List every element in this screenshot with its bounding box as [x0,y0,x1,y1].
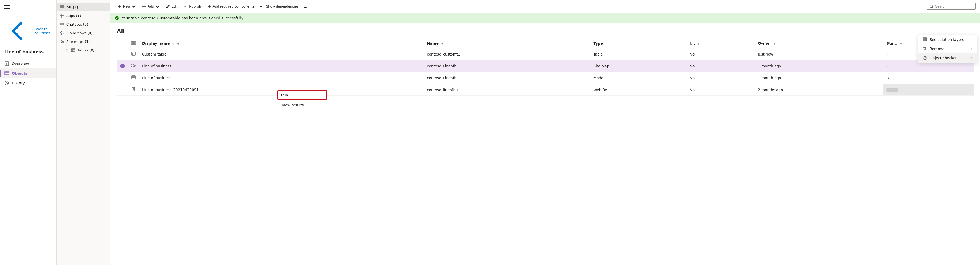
tree-apps-label: Apps (1) [66,14,81,18]
svg-rect-12 [62,14,64,16]
content-title: All [117,28,974,34]
col-name[interactable]: Name ∨ [424,38,590,48]
row-name: contoso_customt... [424,48,590,60]
tree-all-label: All (3) [66,5,78,9]
row-checkbox-cell[interactable] [117,48,128,60]
svg-rect-0 [4,5,10,6]
svg-point-40 [923,56,926,59]
row-type: Site Map [590,60,686,72]
row-menu-button[interactable]: ⋯ [413,86,420,93]
sidebar-item-history[interactable]: History [0,78,56,88]
svg-rect-14 [62,16,64,18]
view-results-label[interactable]: View results [282,103,304,107]
tree-cloud-flows-label: Cloud flows (0) [66,31,92,35]
sitemap-icon [131,63,136,68]
sidebar-item-objects[interactable]: Objects [0,69,56,78]
row-checkbox-cell[interactable]: ✓ [117,60,128,72]
svg-rect-29 [132,43,135,43]
col-type: Type [590,38,686,48]
svg-rect-10 [60,8,64,9]
svg-rect-18 [60,40,61,41]
checker-icon [923,56,927,60]
col-display-name[interactable]: Display name ↑ ∨ [139,38,410,48]
row-menu-button[interactable]: ⋯ [413,63,420,69]
layers-icon [923,37,927,42]
table-row: ✓ Line of business ⋯ contoso_Lineofb... … [117,60,974,72]
sidebar: Back to solutions Line of business Overv… [0,0,57,265]
row-name: contoso_Lineofb... [424,60,590,72]
svg-point-17 [62,24,63,24]
tree-item-all[interactable]: All (3) [57,3,110,11]
svg-point-26 [930,5,932,7]
row-name: contoso_lineofbu... [424,84,590,96]
svg-rect-21 [72,48,75,52]
row-ellipsis[interactable]: ⋯ [410,48,424,60]
see-solution-layers-item[interactable]: See solution layers [918,35,977,44]
edit-button[interactable]: Edit [163,3,180,10]
col-icon [128,38,139,48]
main-content: New Add Edit Publish Add required compon… [110,0,980,265]
see-solution-layers-label: See solution layers [930,37,964,42]
back-to-solutions[interactable]: Back to solutions [0,15,56,47]
tree-item-tables[interactable]: Tables (0) [57,46,110,54]
new-button[interactable]: New [115,3,139,10]
more-options-button[interactable]: ... [302,3,309,10]
row-managed: No [686,84,754,96]
row-owner: just now [754,48,883,60]
main-dropdown-menu: See solution layers Remove › Object chec… [918,35,977,63]
model-icon [131,75,136,80]
row-display-name: Line of business_20210430091... [139,84,410,96]
svg-rect-1 [4,7,10,7]
sidebar-item-overview[interactable]: Overview [0,59,56,69]
tree-chatbots-label: Chatbots (0) [66,22,88,26]
run-input[interactable] [278,91,326,99]
row-selected-indicator: ✓ [120,64,125,69]
svg-rect-30 [132,44,135,45]
row-menu-button[interactable]: ⋯ [413,75,420,81]
tree-item-site-maps[interactable]: Site maps (1) [57,37,110,46]
row-checkbox-cell[interactable] [117,84,128,96]
row-icon-cell [128,72,139,84]
row-icon-cell [128,60,139,72]
svg-rect-28 [132,41,135,42]
search-box [927,3,976,10]
table-icon [131,51,136,56]
show-dependencies-button[interactable]: Show dependencies [258,3,301,10]
remove-item[interactable]: Remove › [918,44,977,53]
row-ellipsis[interactable]: ⋯ [410,72,424,84]
col-managed[interactable]: f... ∨ [686,38,754,48]
svg-rect-31 [132,52,135,55]
tree-tables-label: Tables (0) [78,48,94,52]
tree-item-cloud-flows[interactable]: Cloud flows (0) [57,29,110,37]
tree-item-chatbots[interactable]: Chatbots (0) [57,20,110,29]
svg-rect-33 [134,65,135,66]
col-owner[interactable]: Owner ∨ [754,38,883,48]
publish-button[interactable]: Publish [181,3,204,10]
svg-rect-6 [5,74,9,75]
table-row: Line of business ⋯ contoso_Lineofb... Mo… [117,72,974,84]
row-owner: 1 month ago [754,72,883,84]
remove-label: Remove [930,46,945,51]
svg-rect-13 [60,16,62,18]
row-checkbox-cell[interactable] [117,72,128,84]
banner-close-button[interactable]: × [973,16,976,21]
svg-rect-37 [923,39,927,40]
hamburger-menu[interactable] [0,2,56,15]
col-ellipsis-header [410,38,424,48]
tree-item-apps[interactable]: Apps (1) [57,11,110,20]
table-row: Custom table ⋯ contoso_customt... Table … [117,48,974,60]
row-owner: 1 month ago [754,60,883,72]
table-row: Line of business_20210430091... ⋯ contos… [117,84,974,96]
row-menu-button[interactable]: ⋯ [413,51,420,57]
row-ellipsis[interactable]: ⋯ [410,84,424,96]
add-required-button[interactable]: Add required components [204,3,257,10]
svg-rect-2 [4,8,10,9]
svg-rect-34 [132,66,133,67]
object-checker-item[interactable]: Object checker › [918,53,977,62]
search-input[interactable] [935,4,973,8]
row-ellipsis[interactable]: ⋯ [410,60,424,72]
row-display-name: Custom table [139,48,410,60]
webresource-icon [131,87,136,91]
add-button[interactable]: Add [139,3,162,10]
banner-message: Your table contoso_Customtable has been … [122,16,244,20]
